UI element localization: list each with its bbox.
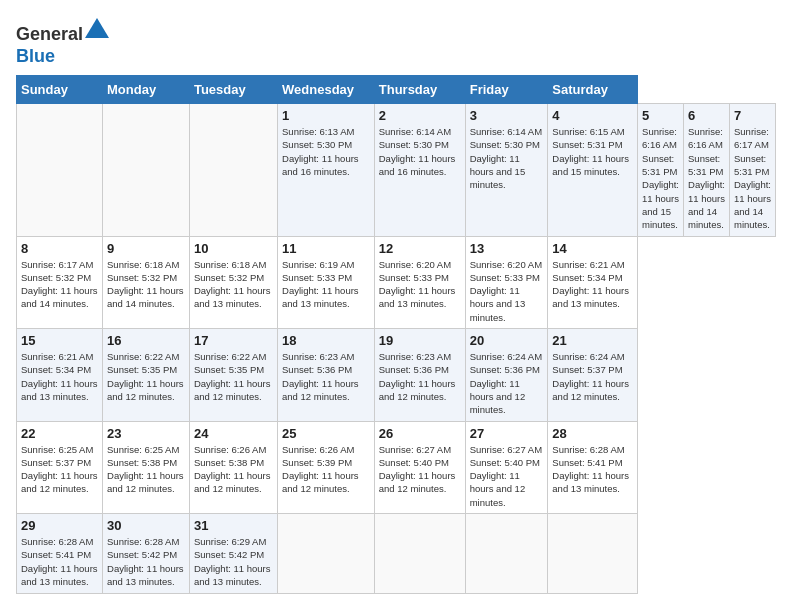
day-info: Sunrise: 6:28 AMSunset: 5:41 PMDaylight:…	[552, 443, 633, 496]
calendar-cell: 6Sunrise: 6:16 AMSunset: 5:31 PMDaylight…	[684, 104, 730, 236]
day-info: Sunrise: 6:23 AMSunset: 5:36 PMDaylight:…	[282, 350, 370, 403]
week-row-1: 1Sunrise: 6:13 AMSunset: 5:30 PMDaylight…	[17, 104, 776, 236]
calendar-cell: 30Sunrise: 6:28 AMSunset: 5:42 PMDayligh…	[103, 514, 190, 594]
calendar-cell: 18Sunrise: 6:23 AMSunset: 5:36 PMDayligh…	[278, 329, 375, 421]
calendar-cell: 10Sunrise: 6:18 AMSunset: 5:32 PMDayligh…	[189, 236, 277, 328]
day-number: 23	[107, 426, 185, 441]
day-info: Sunrise: 6:26 AMSunset: 5:38 PMDaylight:…	[194, 443, 273, 496]
calendar-cell: 9Sunrise: 6:18 AMSunset: 5:32 PMDaylight…	[103, 236, 190, 328]
day-info: Sunrise: 6:16 AMSunset: 5:31 PMDaylight:…	[688, 125, 725, 231]
header-day-wednesday: Wednesday	[278, 76, 375, 104]
day-info: Sunrise: 6:28 AMSunset: 5:41 PMDaylight:…	[21, 535, 98, 588]
day-info: Sunrise: 6:29 AMSunset: 5:42 PMDaylight:…	[194, 535, 273, 588]
calendar-cell	[548, 514, 638, 594]
calendar-cell: 13Sunrise: 6:20 AMSunset: 5:33 PMDayligh…	[465, 236, 548, 328]
day-info: Sunrise: 6:16 AMSunset: 5:31 PMDaylight:…	[642, 125, 679, 231]
calendar-cell: 3Sunrise: 6:14 AMSunset: 5:30 PMDaylight…	[465, 104, 548, 236]
day-info: Sunrise: 6:22 AMSunset: 5:35 PMDaylight:…	[107, 350, 185, 403]
day-number: 4	[552, 108, 633, 123]
day-number: 7	[734, 108, 771, 123]
calendar-cell: 5Sunrise: 6:16 AMSunset: 5:31 PMDaylight…	[638, 104, 684, 236]
calendar-cell: 31Sunrise: 6:29 AMSunset: 5:42 PMDayligh…	[189, 514, 277, 594]
day-number: 8	[21, 241, 98, 256]
day-number: 17	[194, 333, 273, 348]
logo-blue: Blue	[16, 46, 55, 66]
day-number: 12	[379, 241, 461, 256]
day-info: Sunrise: 6:17 AMSunset: 5:32 PMDaylight:…	[21, 258, 98, 311]
calendar-cell: 12Sunrise: 6:20 AMSunset: 5:33 PMDayligh…	[374, 236, 465, 328]
calendar-cell	[465, 514, 548, 594]
logo-general: General	[16, 24, 83, 44]
day-number: 2	[379, 108, 461, 123]
day-info: Sunrise: 6:20 AMSunset: 5:33 PMDaylight:…	[470, 258, 544, 324]
day-number: 28	[552, 426, 633, 441]
day-info: Sunrise: 6:14 AMSunset: 5:30 PMDaylight:…	[379, 125, 461, 178]
day-number: 27	[470, 426, 544, 441]
day-info: Sunrise: 6:20 AMSunset: 5:33 PMDaylight:…	[379, 258, 461, 311]
week-row-5: 29Sunrise: 6:28 AMSunset: 5:41 PMDayligh…	[17, 514, 776, 594]
calendar-cell: 24Sunrise: 6:26 AMSunset: 5:38 PMDayligh…	[189, 421, 277, 513]
week-row-4: 22Sunrise: 6:25 AMSunset: 5:37 PMDayligh…	[17, 421, 776, 513]
svg-marker-0	[85, 18, 109, 38]
calendar-cell: 25Sunrise: 6:26 AMSunset: 5:39 PMDayligh…	[278, 421, 375, 513]
page-header: General Blue	[16, 16, 776, 67]
day-number: 26	[379, 426, 461, 441]
calendar-table: SundayMondayTuesdayWednesdayThursdayFrid…	[16, 75, 776, 594]
day-number: 18	[282, 333, 370, 348]
logo-icon	[85, 16, 109, 40]
calendar-cell: 4Sunrise: 6:15 AMSunset: 5:31 PMDaylight…	[548, 104, 638, 236]
header-day-friday: Friday	[465, 76, 548, 104]
calendar-cell	[278, 514, 375, 594]
calendar-cell	[103, 104, 190, 236]
calendar-cell: 19Sunrise: 6:23 AMSunset: 5:36 PMDayligh…	[374, 329, 465, 421]
day-info: Sunrise: 6:17 AMSunset: 5:31 PMDaylight:…	[734, 125, 771, 231]
day-number: 14	[552, 241, 633, 256]
day-info: Sunrise: 6:21 AMSunset: 5:34 PMDaylight:…	[21, 350, 98, 403]
day-number: 3	[470, 108, 544, 123]
day-number: 29	[21, 518, 98, 533]
day-info: Sunrise: 6:18 AMSunset: 5:32 PMDaylight:…	[107, 258, 185, 311]
day-info: Sunrise: 6:14 AMSunset: 5:30 PMDaylight:…	[470, 125, 544, 191]
calendar-cell: 17Sunrise: 6:22 AMSunset: 5:35 PMDayligh…	[189, 329, 277, 421]
day-info: Sunrise: 6:24 AMSunset: 5:36 PMDaylight:…	[470, 350, 544, 416]
day-info: Sunrise: 6:18 AMSunset: 5:32 PMDaylight:…	[194, 258, 273, 311]
day-number: 10	[194, 241, 273, 256]
day-number: 31	[194, 518, 273, 533]
header-day-sunday: Sunday	[17, 76, 103, 104]
day-info: Sunrise: 6:19 AMSunset: 5:33 PMDaylight:…	[282, 258, 370, 311]
day-number: 15	[21, 333, 98, 348]
day-number: 24	[194, 426, 273, 441]
day-number: 9	[107, 241, 185, 256]
day-number: 5	[642, 108, 679, 123]
calendar-header: SundayMondayTuesdayWednesdayThursdayFrid…	[17, 76, 776, 104]
day-number: 13	[470, 241, 544, 256]
calendar-cell: 29Sunrise: 6:28 AMSunset: 5:41 PMDayligh…	[17, 514, 103, 594]
header-day-thursday: Thursday	[374, 76, 465, 104]
calendar-cell: 26Sunrise: 6:27 AMSunset: 5:40 PMDayligh…	[374, 421, 465, 513]
day-number: 20	[470, 333, 544, 348]
calendar-cell	[189, 104, 277, 236]
day-number: 22	[21, 426, 98, 441]
calendar-cell: 16Sunrise: 6:22 AMSunset: 5:35 PMDayligh…	[103, 329, 190, 421]
header-day-saturday: Saturday	[548, 76, 638, 104]
day-number: 25	[282, 426, 370, 441]
calendar-cell: 21Sunrise: 6:24 AMSunset: 5:37 PMDayligh…	[548, 329, 638, 421]
header-row: SundayMondayTuesdayWednesdayThursdayFrid…	[17, 76, 776, 104]
calendar-cell: 27Sunrise: 6:27 AMSunset: 5:40 PMDayligh…	[465, 421, 548, 513]
week-row-3: 15Sunrise: 6:21 AMSunset: 5:34 PMDayligh…	[17, 329, 776, 421]
calendar-cell: 8Sunrise: 6:17 AMSunset: 5:32 PMDaylight…	[17, 236, 103, 328]
day-info: Sunrise: 6:27 AMSunset: 5:40 PMDaylight:…	[379, 443, 461, 496]
calendar-cell	[17, 104, 103, 236]
day-info: Sunrise: 6:25 AMSunset: 5:38 PMDaylight:…	[107, 443, 185, 496]
day-number: 11	[282, 241, 370, 256]
calendar-cell	[374, 514, 465, 594]
calendar-cell: 1Sunrise: 6:13 AMSunset: 5:30 PMDaylight…	[278, 104, 375, 236]
calendar-cell: 22Sunrise: 6:25 AMSunset: 5:37 PMDayligh…	[17, 421, 103, 513]
header-day-monday: Monday	[103, 76, 190, 104]
calendar-cell: 14Sunrise: 6:21 AMSunset: 5:34 PMDayligh…	[548, 236, 638, 328]
day-info: Sunrise: 6:23 AMSunset: 5:36 PMDaylight:…	[379, 350, 461, 403]
day-info: Sunrise: 6:24 AMSunset: 5:37 PMDaylight:…	[552, 350, 633, 403]
calendar-cell: 2Sunrise: 6:14 AMSunset: 5:30 PMDaylight…	[374, 104, 465, 236]
day-number: 6	[688, 108, 725, 123]
calendar-cell: 20Sunrise: 6:24 AMSunset: 5:36 PMDayligh…	[465, 329, 548, 421]
